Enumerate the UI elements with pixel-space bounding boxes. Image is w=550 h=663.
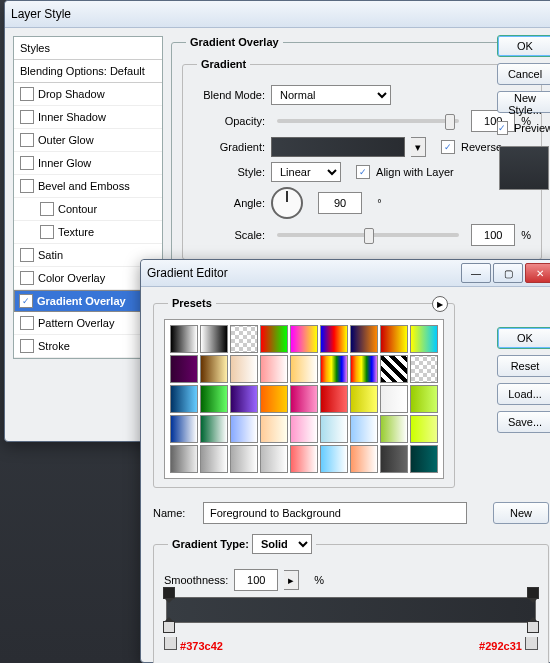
reset-button[interactable]: Reset (497, 355, 550, 377)
styles-header[interactable]: Styles (14, 37, 162, 60)
hex-left: #373c42 (180, 640, 223, 652)
presets-menu-icon[interactable]: ▶ (432, 296, 448, 312)
minimize-button[interactable]: — (461, 263, 491, 283)
preset-swatch[interactable] (410, 385, 438, 413)
preset-swatch[interactable] (200, 445, 228, 473)
align-checkbox[interactable]: ✓ (356, 165, 370, 179)
style-drop-shadow[interactable]: Drop Shadow (14, 83, 162, 106)
window-title: Gradient Editor (147, 266, 459, 280)
blend-mode-select[interactable]: Normal (271, 85, 391, 105)
preset-swatch[interactable] (410, 415, 438, 443)
preset-swatch[interactable] (320, 355, 348, 383)
angle-input[interactable] (318, 192, 362, 214)
preset-swatch[interactable] (290, 385, 318, 413)
scale-slider[interactable] (277, 233, 459, 237)
gradient-type-select[interactable]: Solid (252, 534, 312, 554)
preset-swatch[interactable] (320, 325, 348, 353)
gradient-bar[interactable] (166, 597, 536, 623)
preset-swatch[interactable] (290, 415, 318, 443)
preset-swatch[interactable] (290, 355, 318, 383)
style-contour[interactable]: Contour (14, 198, 162, 221)
style-inner-shadow[interactable]: Inner Shadow (14, 106, 162, 129)
preset-swatch[interactable] (260, 355, 288, 383)
preset-swatch[interactable] (380, 355, 408, 383)
preset-swatch[interactable] (350, 415, 378, 443)
preset-swatch[interactable] (410, 355, 438, 383)
style-bevel-emboss[interactable]: Bevel and Emboss (14, 175, 162, 198)
titlebar[interactable]: Gradient Editor —▢✕ (141, 260, 550, 287)
preset-swatch[interactable] (320, 445, 348, 473)
preset-swatch[interactable] (200, 355, 228, 383)
bucket-icon (525, 637, 538, 650)
ok-button[interactable]: OK (497, 327, 550, 349)
preset-swatch[interactable] (230, 385, 258, 413)
preset-swatch[interactable] (320, 415, 348, 443)
preset-swatch[interactable] (260, 445, 288, 473)
section-title: Gradient Overlay (186, 36, 283, 48)
hex-right: #292c31 (479, 640, 522, 652)
preset-swatch[interactable] (200, 325, 228, 353)
preset-swatch[interactable] (380, 445, 408, 473)
style-inner-glow[interactable]: Inner Glow (14, 152, 162, 175)
preset-swatch[interactable] (170, 325, 198, 353)
bucket-icon (164, 637, 177, 650)
preset-swatch[interactable] (290, 445, 318, 473)
blending-options[interactable]: Blending Options: Default (14, 60, 162, 83)
opacity-slider[interactable] (277, 119, 459, 123)
scale-input[interactable] (471, 224, 515, 246)
color-stop-right[interactable] (527, 621, 539, 633)
preset-swatch[interactable] (200, 415, 228, 443)
preset-swatch[interactable] (380, 385, 408, 413)
preset-swatch[interactable] (410, 445, 438, 473)
gradient-group: Gradient Blend Mode:Normal Opacity:% Gra… (182, 58, 542, 260)
gradient-swatch[interactable] (271, 137, 405, 157)
reverse-checkbox[interactable]: ✓ (441, 140, 455, 154)
preset-swatch[interactable] (260, 385, 288, 413)
smoothness-input[interactable] (234, 569, 278, 591)
preset-swatch[interactable] (230, 415, 258, 443)
color-stop-left[interactable] (163, 621, 175, 633)
preset-swatch[interactable] (260, 325, 288, 353)
checkbox[interactable] (20, 87, 34, 101)
titlebar[interactable]: Layer Style (5, 1, 550, 28)
preset-swatch[interactable] (170, 355, 198, 383)
save-button[interactable]: Save... (497, 411, 550, 433)
presets-group: Presets ▶ (153, 297, 455, 488)
close-button[interactable]: ✕ (525, 263, 550, 283)
preset-swatch[interactable] (350, 385, 378, 413)
preview-box (499, 146, 549, 190)
preset-swatch[interactable] (380, 325, 408, 353)
style-select[interactable]: Linear (271, 162, 341, 182)
ok-button[interactable]: OK (497, 35, 550, 57)
preset-swatch[interactable] (290, 325, 318, 353)
preset-swatch[interactable] (260, 415, 288, 443)
preset-swatch[interactable] (230, 325, 258, 353)
preset-swatch[interactable] (380, 415, 408, 443)
preset-swatch[interactable] (170, 385, 198, 413)
preset-swatch[interactable] (230, 445, 258, 473)
new-style-button[interactable]: New Style... (497, 91, 550, 113)
preset-swatch[interactable] (170, 445, 198, 473)
maximize-button[interactable]: ▢ (493, 263, 523, 283)
style-texture[interactable]: Texture (14, 221, 162, 244)
preset-swatch[interactable] (200, 385, 228, 413)
preview-checkbox[interactable]: ✓ (497, 121, 508, 135)
preset-swatch[interactable] (170, 415, 198, 443)
style-outer-glow[interactable]: Outer Glow (14, 129, 162, 152)
name-input[interactable] (203, 502, 467, 524)
load-button[interactable]: Load... (497, 383, 550, 405)
opacity-stop-right[interactable] (527, 587, 539, 599)
gradient-dropdown[interactable]: ▾ (411, 137, 426, 157)
smooth-dropdown[interactable]: ▸ (284, 570, 299, 590)
angle-dial[interactable] (271, 187, 303, 219)
preset-swatch[interactable] (230, 355, 258, 383)
right-buttons: OK Cancel New Style... ✓Preview (497, 35, 550, 190)
preset-swatch[interactable] (350, 355, 378, 383)
preset-swatch[interactable] (410, 325, 438, 353)
preset-swatch[interactable] (350, 445, 378, 473)
new-button[interactable]: New (493, 502, 549, 524)
cancel-button[interactable]: Cancel (497, 63, 550, 85)
preset-swatch[interactable] (320, 385, 348, 413)
preset-swatch[interactable] (350, 325, 378, 353)
opacity-stop-left[interactable] (163, 587, 175, 599)
